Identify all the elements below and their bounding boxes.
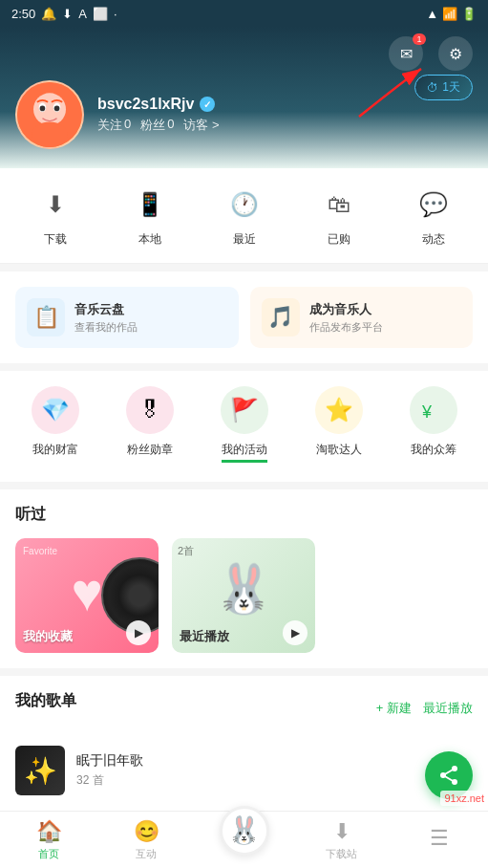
interact-nav-label: 互动 bbox=[136, 847, 157, 861]
settings-button[interactable]: ⚙ bbox=[438, 36, 473, 71]
playlist-name: 眠于旧年歌 bbox=[76, 752, 456, 770]
nav-interact[interactable]: 😊 互动 bbox=[97, 819, 195, 861]
favorites-card[interactable]: ♥ Favorite 我的收藏 ▶ bbox=[15, 538, 159, 653]
svg-point-5 bbox=[40, 106, 46, 112]
download-status-icon: ⬇ bbox=[62, 7, 73, 21]
time-display: 2:50 bbox=[11, 7, 35, 21]
wealth-icon: 💎 bbox=[32, 386, 79, 434]
recent-playlist-button[interactable]: 最近播放 bbox=[423, 700, 473, 717]
battery-icon: 🔋 bbox=[461, 7, 477, 21]
follow-stats[interactable]: 关注 0 粉丝 0 访客 > bbox=[97, 117, 220, 134]
favorites-play-button[interactable]: ▶ bbox=[126, 620, 151, 645]
svg-point-7 bbox=[32, 122, 68, 147]
shape-icon: ⬜ bbox=[93, 7, 108, 21]
action-download[interactable]: ⬇ 下载 bbox=[34, 184, 76, 248]
nav-center: 🐰 bbox=[195, 825, 292, 856]
watermark: 91xz.net bbox=[440, 791, 488, 806]
dynamic-label: 动态 bbox=[422, 231, 445, 248]
recent-play-label: 最近播放 bbox=[180, 628, 229, 645]
playlist-header: 我的歌单 + 新建 最近播放 bbox=[15, 691, 473, 725]
favorites-label: 我的收藏 bbox=[23, 628, 73, 645]
sim-icon: A bbox=[78, 7, 87, 21]
avatar-image bbox=[17, 80, 82, 149]
recent-label: 最近 bbox=[233, 231, 256, 248]
taoge-label: 淘歌达人 bbox=[316, 442, 362, 458]
action-local[interactable]: 📱 本地 bbox=[129, 184, 171, 248]
status-time: 2:50 🔔 ⬇ A ⬜ · bbox=[11, 7, 117, 21]
fans-count: 粉丝 0 bbox=[140, 117, 174, 134]
recent-count: 2首 bbox=[178, 544, 194, 558]
recent-play-button[interactable]: ▶ bbox=[283, 620, 308, 645]
local-label: 本地 bbox=[138, 231, 161, 248]
favorites-top-label: Favorite bbox=[23, 546, 57, 556]
playlist-actions: + 新建 最近播放 bbox=[376, 700, 473, 717]
feature-taoge[interactable]: ⭐ 淘歌达人 bbox=[315, 386, 363, 463]
dynamic-icon: 💬 bbox=[413, 184, 455, 226]
vip-duration: 1天 bbox=[442, 79, 460, 96]
fireworks-icon: ✨ bbox=[24, 755, 57, 787]
add-playlist-button[interactable]: + 新建 bbox=[376, 700, 412, 717]
feature-wealth[interactable]: 💎 我的财富 bbox=[32, 386, 79, 463]
playlist-thumb: ✨ bbox=[15, 746, 65, 795]
visitor-link[interactable]: 访客 > bbox=[183, 117, 219, 134]
feature-crowdfunding[interactable]: ¥ 我的众筹 bbox=[410, 386, 457, 463]
download-label: 下载 bbox=[44, 231, 67, 248]
crowdfunding-icon: ¥ bbox=[410, 386, 457, 434]
listened-section: 听过 ♥ Favorite 我的收藏 ▶ 2首 🐰 最近播放 ▶ bbox=[0, 489, 488, 668]
recent-play-card[interactable]: 2首 🐰 最近播放 ▶ bbox=[172, 538, 315, 653]
profile-row: bsvc2s1lxRjv ✓ 关注 0 粉丝 0 访客 > bbox=[15, 80, 473, 149]
bottom-nav: 🏠 首页 😊 互动 🐰 ⬇ 下载站 ☰ bbox=[0, 811, 488, 868]
svg-point-6 bbox=[54, 106, 60, 112]
playlist-title: 我的歌单 bbox=[15, 691, 76, 711]
center-nav-button[interactable]: 🐰 bbox=[220, 806, 269, 856]
wealth-label: 我的财富 bbox=[32, 442, 78, 458]
dot-icon: · bbox=[114, 7, 117, 21]
message-button[interactable]: ✉ 1 bbox=[389, 36, 423, 71]
cloud-music-card[interactable]: 📋 音乐云盘 查看我的作品 bbox=[15, 287, 239, 348]
listened-title: 听过 bbox=[15, 505, 473, 525]
download-icon: ⬇ bbox=[34, 184, 76, 226]
action-dynamic[interactable]: 💬 动态 bbox=[413, 184, 455, 248]
verify-icon: ✓ bbox=[200, 97, 215, 112]
cloud-music-title: 音乐云盘 bbox=[74, 301, 138, 318]
feature-activity[interactable]: 🚩 我的活动 bbox=[221, 386, 268, 463]
avatar[interactable] bbox=[15, 80, 84, 149]
activity-icon: 🚩 bbox=[221, 386, 268, 434]
feature-fan-badge[interactable]: 🎖 粉丝勋章 bbox=[126, 386, 174, 463]
recent-icon: 🕐 bbox=[223, 184, 265, 226]
nav-home[interactable]: 🏠 首页 bbox=[0, 819, 97, 861]
crowdfunding-label: 我的众筹 bbox=[411, 442, 456, 458]
rabbit-image: 🐰 bbox=[210, 555, 277, 622]
musician-text: 成为音乐人 作品发布多平台 bbox=[309, 301, 383, 335]
nav-download[interactable]: ⬇ 下载站 bbox=[293, 819, 391, 861]
cards-row: 📋 音乐云盘 查看我的作品 🎵 成为音乐人 作品发布多平台 bbox=[0, 271, 488, 363]
taoge-icon: ⭐ bbox=[315, 386, 363, 434]
musician-card[interactable]: 🎵 成为音乐人 作品发布多平台 bbox=[250, 287, 474, 348]
message-icon: ✉ bbox=[400, 45, 413, 63]
interact-icon: 😊 bbox=[134, 819, 159, 844]
home-nav-label: 首页 bbox=[38, 847, 59, 861]
follow-count: 关注 0 bbox=[97, 117, 131, 134]
activity-label: 我的活动 bbox=[222, 442, 267, 463]
gear-icon: ⚙ bbox=[449, 45, 462, 63]
vip-badge[interactable]: ⏱ 1天 bbox=[414, 75, 473, 100]
nav-more[interactable]: ☰ bbox=[391, 826, 488, 854]
action-recent[interactable]: 🕐 最近 bbox=[223, 184, 265, 248]
svg-line-12 bbox=[443, 769, 455, 775]
wifi-icon: ▲ bbox=[426, 7, 438, 21]
playlist-info: 眠于旧年歌 32 首 bbox=[76, 752, 456, 789]
listened-cards: ♥ Favorite 我的收藏 ▶ 2首 🐰 最近播放 ▶ bbox=[15, 538, 473, 653]
signal-icon: 📶 bbox=[442, 7, 457, 21]
cloud-music-subtitle: 查看我的作品 bbox=[74, 320, 138, 335]
quick-actions: ⬇ 下载 📱 本地 🕐 最近 🛍 已购 💬 动态 bbox=[0, 168, 488, 264]
playlist-item[interactable]: ✨ 眠于旧年歌 32 首 › bbox=[15, 738, 473, 803]
clock-icon: ⏱ bbox=[427, 81, 438, 95]
profile-header: ✉ 1 ⚙ bbox=[0, 27, 488, 168]
home-icon: 🏠 bbox=[36, 819, 62, 844]
playlist-section: 我的歌单 + 新建 最近播放 ✨ 眠于旧年歌 32 首 › bbox=[0, 676, 488, 818]
action-purchased[interactable]: 🛍 已购 bbox=[318, 184, 360, 248]
playlist-count: 32 首 bbox=[76, 772, 456, 789]
rabbit-nav-icon: 🐰 bbox=[227, 814, 261, 846]
musician-subtitle: 作品发布多平台 bbox=[309, 320, 383, 335]
svg-line-13 bbox=[443, 775, 455, 782]
